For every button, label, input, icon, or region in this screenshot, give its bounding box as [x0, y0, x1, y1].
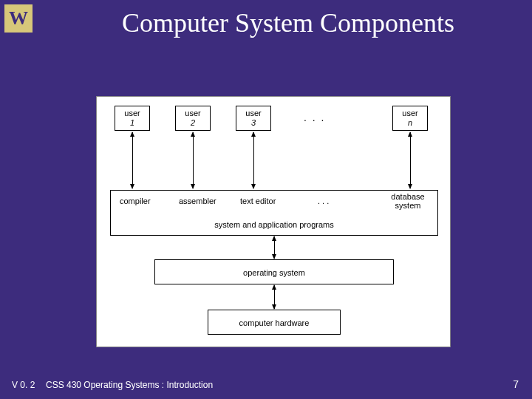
footer-course: CSS 430 Operating Systems : Introduction [46, 380, 213, 390]
system-components-diagram: user 1 user 2 user 3 . . . user n compil… [96, 96, 451, 347]
user-label: user [236, 109, 270, 118]
arrow-user3-sys [253, 132, 254, 188]
arrow-sys-os [274, 236, 275, 259]
user-label: user [176, 109, 210, 118]
slide-title: Computer System Components [59, 7, 517, 38]
arrow-user1-sys [132, 132, 133, 188]
footer-version: V 0. 2 [12, 380, 35, 390]
arrow-user2-sys [193, 132, 194, 188]
user-box-3: user 3 [236, 106, 271, 131]
user-id: 3 [236, 118, 270, 128]
arrow-os-hw [274, 285, 275, 309]
user-id: 1 [115, 118, 149, 128]
program-assembler: assembler [179, 197, 216, 205]
user-box-2: user 2 [175, 106, 211, 131]
user-box-n: user n [392, 106, 428, 131]
program-ellipsis: . . . [318, 197, 329, 205]
user-id: n [393, 118, 427, 128]
program-compiler: compiler [120, 197, 151, 205]
user-label: user [115, 109, 149, 118]
os-box: operating system [154, 259, 394, 284]
user-id: 2 [176, 118, 210, 128]
users-ellipsis: . . . [304, 112, 325, 123]
system-programs-label: system and application programs [111, 220, 437, 229]
user-box-1: user 1 [115, 106, 150, 131]
program-text-editor: text editor [240, 197, 276, 205]
program-database: database system [386, 192, 430, 210]
arrow-usern-sys [410, 132, 411, 188]
uw-logo: W [4, 4, 33, 33]
hardware-box: computer hardware [208, 310, 341, 335]
footer-page-number: 7 [513, 378, 519, 390]
user-label: user [393, 109, 427, 118]
system-programs-box: compiler assembler text editor . . . dat… [110, 190, 438, 236]
